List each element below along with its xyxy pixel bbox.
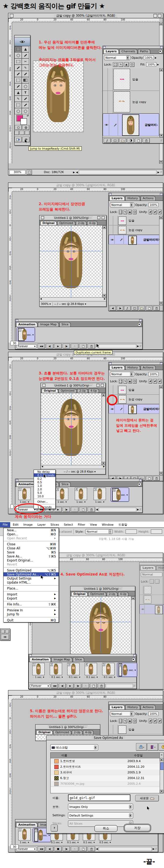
filename-input[interactable] [68, 795, 130, 801]
location-select[interactable]: 데스크탑 ▲▼ [50, 744, 98, 751]
layer-group-button[interactable] [139, 306, 145, 311]
format-select[interactable]: Images Only▲▼ [68, 804, 133, 810]
link-cell[interactable] [108, 68, 113, 91]
tab-4up[interactable]: 4-Up [83, 730, 94, 734]
layer-name[interactable]: 금발머리여자 [142, 235, 161, 244]
style-select[interactable]: Normal▲▼ [85, 529, 113, 534]
link-cell[interactable] [108, 91, 113, 113]
scroll-right-icon[interactable]: ▶ [158, 171, 159, 174]
menu-item-50[interactable]: 5.0 [34, 491, 55, 494]
frame-delay[interactable]: 0.1 sec. ▾ [81, 841, 97, 844]
tab-original[interactable]: Original [42, 389, 58, 393]
menu-item-other[interactable]: Other... [34, 500, 55, 503]
unify-style-button[interactable] [158, 379, 162, 383]
new-folder-button[interactable]: 새로운 [135, 795, 159, 801]
scroll-left-icon[interactable]: ◀ [96, 847, 98, 850]
scroll-up-icon[interactable]: ▲ [159, 216, 163, 219]
zoom-box-icon[interactable] [154, 14, 157, 18]
palette-box-icon[interactable] [103, 46, 106, 49]
tween-button[interactable]: ∴ [71, 507, 79, 512]
step-forward-button[interactable]: |▶ [63, 846, 70, 851]
tween-button[interactable]: ∴ [71, 846, 79, 851]
palette-box-icon[interactable] [133, 654, 136, 657]
menu-select[interactable]: Select [62, 522, 76, 527]
blend-mode-select[interactable]: Normal▲▼ [104, 55, 130, 60]
file-row[interactable]: 2.토마토토이즈 2004.11.20 [50, 764, 160, 770]
layer-row-lips[interactable]: 입술 [109, 216, 162, 225]
tab-layers[interactable]: Layers [110, 365, 125, 370]
doc-titlebar[interactable]: Untitled-1 @ 300%(Origi⋯ [40, 215, 106, 220]
lasso-tool[interactable] [14, 52, 22, 59]
animation-frame[interactable]: 4 1 sec. ▾ [73, 488, 89, 503]
help-button[interactable]: ? [51, 825, 58, 832]
palette-box-icon[interactable] [160, 362, 162, 365]
hscroll-track[interactable] [106, 684, 133, 688]
palette-menu-icon[interactable]: ▶ [158, 49, 162, 53]
palette-drag-bar[interactable] [109, 362, 163, 365]
palette-menu-icon[interactable]: ▶ [137, 322, 141, 327]
collapse-box-icon[interactable] [101, 216, 105, 219]
palette-scrollbar[interactable]: ▲ ▼ [159, 385, 163, 475]
width-field[interactable] [126, 529, 137, 534]
frame-delay[interactable]: 1 sec. ▾ [17, 841, 32, 844]
doc-canvas[interactable] [40, 226, 102, 297]
blend-mode-select[interactable]: Normal▲▼ [110, 203, 134, 207]
window-titlebar[interactable]: 금발 copy @ 300% (금발머리여자, RGB) [8, 13, 163, 18]
eraser-tool[interactable] [14, 77, 22, 83]
scroll-right-icon[interactable]: ▶ [153, 847, 155, 850]
palette-drag-bar[interactable] [103, 46, 163, 49]
palette-box-icon[interactable] [109, 193, 112, 195]
layer-name[interactable]: 금발머리여자 [142, 405, 161, 413]
scroll-left-icon[interactable]: ◀ [41, 465, 43, 469]
tab-optimized[interactable]: Optimized [57, 221, 75, 225]
palette-menu-icon[interactable]: ▶ [137, 482, 141, 486]
menu-item-preview-in[interactable]: Preview In▶ [3, 608, 58, 612]
scroll-down-icon[interactable]: ▼ [160, 790, 163, 793]
tab-layers[interactable]: Layers [110, 705, 125, 710]
favorites-button[interactable]: ▾ [147, 743, 158, 751]
duplicate-frame-button[interactable] [79, 846, 87, 851]
step-forward-button[interactable]: |▶ [75, 683, 81, 688]
scrollbar-thumb[interactable] [160, 762, 164, 770]
scroll-right-icon[interactable]: ▶ [137, 345, 139, 347]
frame-delay[interactable]: 0.1 sec. ▾ [49, 841, 65, 844]
animation-frame[interactable]: 2 ∴ 0.1 sec. ▾ [47, 663, 65, 679]
animation-frame[interactable]: 4 ∴ 0.1 sec. ▾ [82, 663, 99, 679]
lock-transparency-button[interactable] [119, 210, 122, 214]
palette-box-icon[interactable] [139, 479, 142, 482]
menu-item-quit[interactable]: Quit⌘Q [3, 618, 58, 622]
resize-grip-icon[interactable]: // [134, 685, 135, 687]
tab-2up[interactable]: 2-Up [77, 389, 88, 393]
type-tool[interactable]: T [22, 90, 29, 96]
palette-box-icon[interactable] [29, 654, 32, 657]
scroll-left-icon[interactable]: ◀ [40, 298, 42, 301]
standard-mode-button[interactable] [15, 125, 22, 130]
shortcuts-button[interactable]: ▾ [136, 743, 147, 751]
doc-kbps[interactable]: -- / -- sec @ 28.8 Kbps ▾ [54, 303, 86, 305]
menu-item-10[interactable]: 1.0 [34, 484, 55, 487]
resize-grip-icon[interactable]: // [161, 140, 162, 142]
tab-2up[interactable]: 2-Up [72, 730, 83, 734]
tab-animation[interactable]: Animation [30, 657, 51, 662]
blend-mode-select[interactable]: Normal [141, 572, 162, 577]
hscroll-track[interactable] [79, 170, 156, 175]
layer-mask-button[interactable] [131, 306, 138, 311]
scroll-left-icon[interactable]: ◀ [96, 508, 98, 511]
doc-vscrollbar[interactable]: ▲ ▼ [101, 393, 106, 465]
loop-select[interactable]: Forever▾ [16, 344, 37, 348]
tab-history[interactable]: History [125, 365, 140, 370]
menu-item-file-info[interactable]: File Info...⇧⌘K [3, 602, 58, 606]
layer-row-goldhair[interactable] [139, 604, 164, 614]
visibility-toggle[interactable] [109, 385, 113, 394]
scroll-down-icon[interactable]: ▼ [159, 472, 163, 475]
file-row[interactable]: 1.토마토넷 2003.9.4 [50, 758, 160, 764]
menu-item-open[interactable]: Open...⌘O [3, 532, 58, 536]
layer-row-lips[interactable] [139, 586, 164, 595]
tab-slice[interactable]: Slice [59, 482, 71, 487]
rewind-button[interactable]: ◀◀ [38, 846, 45, 851]
step-back-button[interactable]: ◀| [46, 846, 53, 851]
menu-item-revert[interactable]: Revert [3, 562, 58, 566]
palette-menu-icon[interactable]: ▶ [131, 657, 135, 661]
palette-drag-bar[interactable] [15, 319, 142, 321]
palette-box-icon[interactable] [139, 319, 142, 321]
